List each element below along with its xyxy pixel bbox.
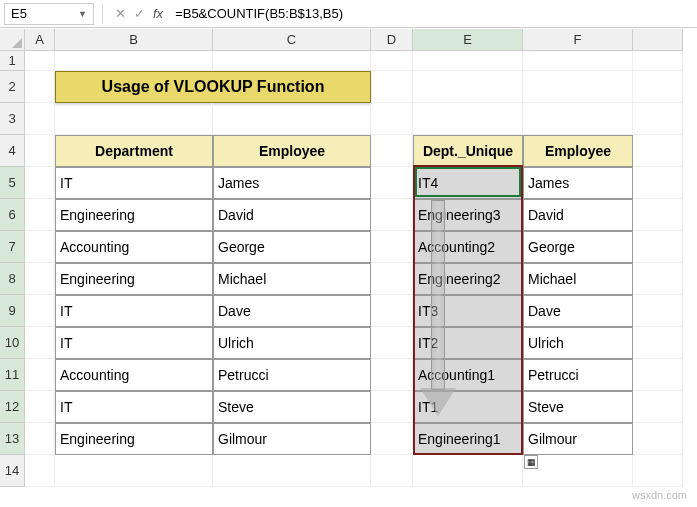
cell[interactable] — [371, 327, 413, 359]
cell[interactable] — [633, 455, 683, 487]
cell[interactable] — [25, 423, 55, 455]
cell[interactable] — [25, 167, 55, 199]
row-header[interactable]: 2 — [0, 71, 25, 103]
row-header[interactable]: 6 — [0, 199, 25, 231]
cell[interactable] — [371, 455, 413, 487]
cell-deptu[interactable]: Engineering2 — [413, 263, 523, 295]
cell[interactable] — [371, 263, 413, 295]
cell[interactable] — [213, 455, 371, 487]
select-all-triangle[interactable] — [0, 29, 25, 51]
cell-emp2[interactable]: Michael — [523, 263, 633, 295]
cell[interactable] — [371, 231, 413, 263]
cell-emp[interactable]: Michael — [213, 263, 371, 295]
cell-emp[interactable]: Steve — [213, 391, 371, 423]
row-header[interactable]: 8 — [0, 263, 25, 295]
cell[interactable] — [25, 263, 55, 295]
cell[interactable] — [633, 263, 683, 295]
autofill-options-icon[interactable]: ▦ — [524, 455, 538, 469]
cell[interactable] — [213, 51, 371, 71]
cell[interactable] — [633, 231, 683, 263]
cell-dept[interactable]: Engineering — [55, 263, 213, 295]
cell[interactable] — [25, 455, 55, 487]
cell[interactable] — [633, 103, 683, 135]
header-employee-2[interactable]: Employee — [523, 135, 633, 167]
cell[interactable] — [371, 135, 413, 167]
cell-deptu[interactable]: Accounting1 — [413, 359, 523, 391]
cell[interactable] — [413, 455, 523, 487]
enter-icon[interactable]: ✓ — [130, 6, 149, 21]
header-department[interactable]: Department — [55, 135, 213, 167]
col-header-f[interactable]: F — [523, 29, 633, 51]
col-header-b[interactable]: B — [55, 29, 213, 51]
cell[interactable] — [25, 295, 55, 327]
title-cell[interactable]: Usage of VLOOKUP Function — [55, 71, 371, 103]
cell[interactable] — [633, 167, 683, 199]
cell-emp[interactable]: Ulrich — [213, 327, 371, 359]
row-header[interactable]: 10 — [0, 327, 25, 359]
cell[interactable] — [25, 391, 55, 423]
cell[interactable] — [55, 51, 213, 71]
cell-emp2[interactable]: Dave — [523, 295, 633, 327]
formula-bar[interactable]: =B5&COUNTIF(B5:B$13,B5) — [167, 6, 697, 21]
cell-deptu[interactable]: Engineering3 — [413, 199, 523, 231]
cell[interactable] — [25, 71, 55, 103]
cell[interactable] — [633, 423, 683, 455]
col-header-c[interactable]: C — [213, 29, 371, 51]
cell-deptu[interactable]: IT4 — [413, 167, 523, 199]
cell[interactable] — [371, 359, 413, 391]
cell-dept[interactable]: Accounting — [55, 231, 213, 263]
cell-dept[interactable]: Engineering — [55, 199, 213, 231]
col-header-a[interactable]: A — [25, 29, 55, 51]
cell[interactable] — [25, 103, 55, 135]
cell[interactable] — [371, 103, 413, 135]
cell-emp[interactable]: David — [213, 199, 371, 231]
cell[interactable] — [523, 71, 633, 103]
col-header-d[interactable]: D — [371, 29, 413, 51]
cell-emp[interactable]: Dave — [213, 295, 371, 327]
cell-emp2[interactable]: Steve — [523, 391, 633, 423]
cell[interactable] — [633, 359, 683, 391]
row-header[interactable]: 14 — [0, 455, 25, 487]
cell-emp2[interactable]: George — [523, 231, 633, 263]
cell-emp[interactable]: Petrucci — [213, 359, 371, 391]
cell[interactable] — [55, 455, 213, 487]
cell-emp[interactable]: James — [213, 167, 371, 199]
cell[interactable] — [371, 167, 413, 199]
cell[interactable] — [25, 327, 55, 359]
cell[interactable] — [523, 51, 633, 71]
row-header[interactable]: 1 — [0, 51, 25, 71]
cell[interactable] — [523, 103, 633, 135]
row-header[interactable]: 13 — [0, 423, 25, 455]
cell[interactable] — [25, 135, 55, 167]
cell[interactable] — [413, 51, 523, 71]
cell-emp[interactable]: Gilmour — [213, 423, 371, 455]
fx-icon[interactable]: fx — [149, 6, 167, 21]
cell[interactable] — [413, 71, 523, 103]
cell[interactable] — [371, 71, 413, 103]
row-header[interactable]: 7 — [0, 231, 25, 263]
cell[interactable] — [25, 231, 55, 263]
cell[interactable] — [633, 295, 683, 327]
header-dept-unique[interactable]: Dept._Unique — [413, 135, 523, 167]
cell[interactable] — [633, 71, 683, 103]
row-header[interactable]: 11 — [0, 359, 25, 391]
cell[interactable] — [55, 103, 213, 135]
cell-emp2[interactable]: Petrucci — [523, 359, 633, 391]
col-header-e[interactable]: E — [413, 29, 523, 51]
cell-dept[interactable]: Accounting — [55, 359, 213, 391]
cell[interactable] — [413, 103, 523, 135]
cell-deptu[interactable]: IT2 — [413, 327, 523, 359]
row-header[interactable]: 3 — [0, 103, 25, 135]
cell-deptu[interactable]: Engineering1 — [413, 423, 523, 455]
cell-emp2[interactable]: David — [523, 199, 633, 231]
row-header[interactable]: 9 — [0, 295, 25, 327]
cell[interactable] — [371, 423, 413, 455]
cell-emp[interactable]: George — [213, 231, 371, 263]
cell-dept[interactable]: IT — [55, 295, 213, 327]
row-header[interactable]: 4 — [0, 135, 25, 167]
cell[interactable] — [633, 135, 683, 167]
col-header-g[interactable] — [633, 29, 683, 51]
cell[interactable] — [633, 199, 683, 231]
cell[interactable] — [371, 295, 413, 327]
cell-dept[interactable]: IT — [55, 327, 213, 359]
